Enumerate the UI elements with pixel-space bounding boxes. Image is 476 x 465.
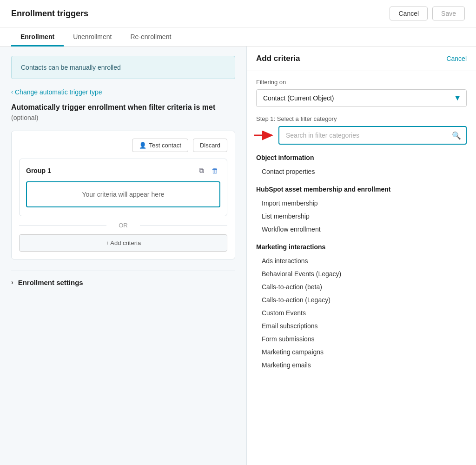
category-item[interactable]: Ads interactions <box>256 254 467 267</box>
chevron-right-icon: › <box>11 279 13 286</box>
filter-object-select[interactable]: Contact (Current Object) <box>256 89 467 107</box>
group-title: Group 1 <box>26 167 51 174</box>
criteria-actions: 👤 Test contact Discard <box>19 139 227 152</box>
delete-icon[interactable]: 🗑 <box>210 166 220 176</box>
manual-enroll-text: Contacts can be manually enrolled <box>21 64 121 71</box>
step-label: Step 1: Select a filter category <box>256 115 467 122</box>
category-section: HubSpot asset membership and enrollmentI… <box>256 186 467 236</box>
test-contact-button[interactable]: 👤 Test contact <box>132 139 188 152</box>
left-panel: Contacts can be manually enrolled ‹ Chan… <box>0 46 246 465</box>
header-buttons: Cancel Save <box>390 7 465 20</box>
optional-label: (optional) <box>11 114 38 121</box>
red-arrow-indicator <box>254 129 276 142</box>
right-panel-header: Add criteria Cancel <box>247 46 476 71</box>
category-section: Marketing interactionsAds interactionsBe… <box>256 243 467 372</box>
category-section-title: Marketing interactions <box>256 243 467 251</box>
search-box-wrapper: 🔍 <box>278 126 467 145</box>
group-header: Group 1 ⧉ 🗑 <box>26 166 220 176</box>
category-item[interactable]: Email subscriptions <box>256 319 467 332</box>
category-item[interactable]: Contact properties <box>256 165 467 178</box>
category-item[interactable]: Custom Events <box>256 306 467 319</box>
tab-unenrollment[interactable]: Unenrollment <box>64 27 121 46</box>
right-panel: Add criteria Cancel Filtering on Contact… <box>246 46 476 465</box>
add-criteria-title: Add criteria <box>256 54 300 63</box>
enrollment-settings-toggle[interactable]: › Enrollment settings <box>11 279 235 286</box>
cancel-button[interactable]: Cancel <box>390 7 428 20</box>
category-section-title: Object information <box>256 154 467 161</box>
category-item[interactable]: Marketing campaigns <box>256 345 467 359</box>
category-item[interactable]: Form submissions <box>256 332 467 345</box>
category-item[interactable]: Calls-to-action (Legacy) <box>256 293 467 306</box>
category-item[interactable]: Import membership <box>256 197 467 210</box>
copy-icon[interactable]: ⧉ <box>197 166 206 176</box>
enrollment-settings: › Enrollment settings <box>11 271 235 294</box>
category-item[interactable]: Behavioral Events (Legacy) <box>256 267 467 280</box>
search-area: 🔍 <box>278 126 467 145</box>
right-panel-body: Filtering on Contact (Current Object) ▼ … <box>247 71 476 465</box>
or-divider: OR <box>19 216 227 234</box>
criteria-placeholder[interactable]: Your criteria will appear here <box>26 181 220 207</box>
auto-trigger-title: Automatically trigger enrollment when fi… <box>11 102 235 123</box>
change-trigger-label: Change automatic trigger type <box>15 88 102 96</box>
top-header: Enrollment triggers Cancel Save <box>0 0 476 27</box>
tab-nav: Enrollment Unenrollment Re-enrollment <box>0 27 476 46</box>
search-input[interactable] <box>278 126 467 145</box>
change-trigger-link[interactable]: ‹ Change automatic trigger type <box>11 88 235 96</box>
category-item[interactable]: Calls-to-action (beta) <box>256 280 467 293</box>
category-section-title: HubSpot asset membership and enrollment <box>256 186 467 193</box>
filtering-on-label: Filtering on <box>256 79 467 86</box>
filter-dropdown-wrapper: Contact (Current Object) ▼ <box>256 89 467 107</box>
tab-reenrollment[interactable]: Re-enrollment <box>121 27 180 46</box>
tab-enrollment[interactable]: Enrollment <box>11 27 64 46</box>
criteria-container: 👤 Test contact Discard Group 1 ⧉ 🗑 Your … <box>11 131 235 259</box>
manual-enroll-box: Contacts can be manually enrolled <box>11 56 235 79</box>
enrollment-settings-label: Enrollment settings <box>18 279 83 286</box>
category-item[interactable]: Marketing emails <box>256 359 467 372</box>
category-item[interactable]: Workflow enrollment <box>256 223 467 236</box>
discard-button[interactable]: Discard <box>193 139 227 152</box>
save-button[interactable]: Save <box>432 7 465 20</box>
right-panel-cancel-button[interactable]: Cancel <box>446 55 467 62</box>
page-title: Enrollment triggers <box>11 9 88 19</box>
person-icon: 👤 <box>139 142 146 149</box>
category-section: Object informationContact properties <box>256 154 467 178</box>
add-criteria-button[interactable]: + Add criteria <box>19 234 227 252</box>
categories-container: Object informationContact propertiesHubS… <box>256 154 467 372</box>
red-arrow-icon <box>254 129 276 142</box>
main-area: Contacts can be manually enrolled ‹ Chan… <box>0 46 476 465</box>
group-box: Group 1 ⧉ 🗑 Your criteria will appear he… <box>19 159 227 216</box>
category-item[interactable]: List membership <box>256 210 467 223</box>
group-icons: ⧉ 🗑 <box>197 166 220 176</box>
chevron-left-icon: ‹ <box>11 89 13 95</box>
